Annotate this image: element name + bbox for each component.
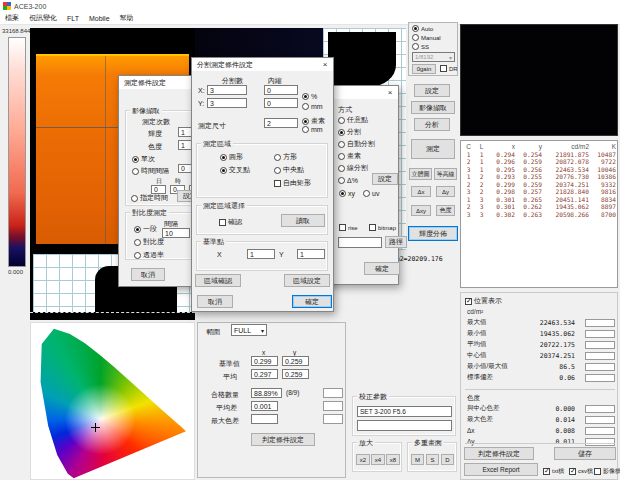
zoom-button[interactable]: x4 (371, 454, 385, 465)
method-option-radio[interactable]: 分割 (338, 126, 396, 138)
analyze-button[interactable]: 分析 (414, 118, 450, 131)
menu-item[interactable]: Mobile (89, 15, 110, 22)
inset-mm-radio[interactable]: mm (302, 103, 323, 110)
zoom-button[interactable]: x2 (356, 454, 370, 465)
bitmap-checkbox[interactable]: bitmap (369, 224, 396, 231)
rect-radio[interactable]: 方形 (274, 152, 297, 162)
area-confirm-button[interactable]: 區域確認 (195, 274, 241, 287)
y-division-field[interactable]: 3 (207, 98, 247, 108)
free-rect-checkbox[interactable]: 自由矩形 (274, 178, 311, 188)
dr-checkbox[interactable]: DR (440, 65, 458, 72)
preview-image[interactable] (460, 24, 618, 136)
stats-row: 平均值20722.175 (461, 339, 619, 350)
rise-checkbox[interactable]: rise (339, 224, 358, 231)
excel-report-button[interactable]: Excel Report (464, 463, 538, 476)
table-row[interactable]: 220.2990.25920374.2519332 (462, 181, 616, 189)
radio-ss[interactable]: SS (412, 43, 429, 50)
method-ok-button[interactable]: 確定 (364, 262, 400, 275)
menu-item[interactable]: 檔案 (5, 13, 19, 23)
solid-view-button[interactable]: 立體圖 (409, 168, 432, 180)
judge-condition-button[interactable]: 判定條件設定 (464, 447, 534, 460)
csv-file-checkbox[interactable]: csv檔 (569, 467, 593, 476)
delta-xy-button[interactable]: Δxy (411, 205, 431, 216)
read-button[interactable]: 讀取 (281, 214, 325, 227)
ref-x-field[interactable]: 0.299 (251, 356, 278, 366)
table-row[interactable]: 320.2980.25721828.8409816 (462, 188, 616, 196)
circle-radio[interactable]: 圓形 (220, 152, 243, 162)
base-y-field[interactable]: 1 (297, 249, 325, 259)
table-row[interactable]: 110.2940.25421891.87510487 (462, 151, 616, 159)
table-row[interactable]: 230.3010.26219435.0628897 (462, 203, 616, 211)
table-row[interactable]: 210.2960.25920872.0789722 (462, 158, 616, 166)
method-option-radio[interactable]: 畫素 (338, 150, 396, 162)
method-option-radio[interactable]: 自動分割 (338, 138, 396, 150)
method-set-button[interactable]: 設定 (372, 173, 398, 185)
center-point-radio[interactable]: 中央點 (274, 165, 304, 175)
x-inset-field[interactable]: 0 (264, 85, 298, 95)
measure-size-field[interactable]: 2 (264, 118, 298, 128)
measure-button[interactable]: 測定 (411, 139, 455, 159)
path-field[interactable] (338, 237, 382, 248)
close-icon[interactable]: × (317, 58, 333, 71)
gap-field[interactable]: 10 (162, 228, 190, 238)
zoom-label: 放大 (357, 438, 375, 448)
menu-item[interactable]: FLT (67, 15, 79, 22)
txt-file-checkbox[interactable]: txt檔 (543, 467, 564, 476)
confirm-checkbox[interactable]: 確認 (219, 217, 242, 227)
menu-item[interactable]: 視訊變化 (29, 13, 57, 23)
split-cancel-button[interactable]: 取消 (197, 295, 233, 308)
calibration-value2-field[interactable] (357, 420, 452, 431)
table-row[interactable]: 310.2950.25622463.53410046 (462, 166, 616, 174)
capture-button[interactable]: 影像擷取 (411, 101, 455, 114)
radio-manual[interactable]: Manual (412, 34, 441, 41)
table-row[interactable]: 130.3010.26520451.1418834 (462, 196, 616, 204)
calibration-value-field[interactable]: SET 3-200 F5.6 (357, 406, 452, 417)
zero-gain-button[interactable]: 0gain (412, 64, 436, 74)
delta-x-button[interactable]: Δx (411, 186, 431, 197)
inset-percent-radio[interactable]: % (302, 93, 317, 100)
measurement-table[interactable]: CLxycd/m2K110.2940.25421891.87510487210.… (460, 140, 618, 288)
transmit-radio[interactable]: 透過率 (134, 250, 164, 260)
range-select[interactable]: FULL▾ (231, 324, 267, 336)
save-button[interactable]: 儲存 (554, 447, 616, 460)
interval-radio[interactable]: 時間間隔 (132, 166, 169, 176)
y-inset-field[interactable]: 0 (264, 98, 298, 108)
multiscreen-button[interactable]: S (426, 454, 439, 465)
chroma-button[interactable]: 色度 (436, 205, 455, 216)
split-ok-button[interactable]: 確定 (292, 295, 332, 308)
cross-point-radio[interactable]: 交叉點 (220, 165, 250, 175)
x-division-field[interactable]: 3 (207, 85, 247, 95)
multiscreen-button[interactable]: M (411, 454, 424, 465)
delta-y-button[interactable]: Δy (436, 186, 455, 197)
one-stage-radio[interactable]: 一段 (134, 224, 157, 234)
table-header-cell: x (488, 143, 515, 150)
size-pixel-radio[interactable]: 畫素 (302, 116, 325, 126)
judge-condition-set-button[interactable]: 判定條件設定 (251, 433, 315, 446)
contour-button[interactable]: 等高線 (434, 168, 457, 180)
table-row[interactable]: 330.3020.26320598.2668700 (462, 211, 616, 219)
image-file-checkbox[interactable]: 影像檔 (594, 467, 620, 476)
radio-auto[interactable]: Auto (412, 25, 433, 32)
cie-diagram[interactable] (30, 322, 195, 480)
ref-y-field[interactable]: 0.259 (282, 356, 309, 366)
spec-time-radio[interactable]: 指定時間 (131, 193, 168, 203)
path-button[interactable]: 路徑 (385, 236, 407, 248)
luminance-dist-button[interactable]: 輝度分佈 (408, 226, 458, 241)
single-radio[interactable]: 單次 (132, 154, 155, 164)
cancel-button[interactable]: 取消 (131, 268, 165, 281)
zoom-button[interactable]: x8 (386, 454, 400, 465)
table-row[interactable]: 120.2930.25520776.73010386 (462, 173, 616, 181)
uv-radio[interactable]: uv (363, 190, 379, 197)
set-button[interactable]: 設定 (414, 84, 450, 97)
base-x-field[interactable]: 1 (247, 249, 275, 259)
area-set-button[interactable]: 區域設定 (284, 274, 330, 287)
xy-radio[interactable]: xy (339, 190, 355, 197)
menu-item[interactable]: 幫助 (120, 13, 134, 23)
position-display-checkbox[interactable]: 位置表示 (465, 296, 502, 306)
close-icon[interactable]: × (382, 86, 398, 99)
shutter-select[interactable]: 1/8192▾ (412, 52, 455, 62)
contrast-radio[interactable]: 對比度 (134, 237, 164, 247)
multiscreen-button[interactable]: D (441, 454, 454, 465)
size-mm-radio[interactable]: mm (302, 126, 323, 133)
method-option-radio[interactable]: 任意點 (338, 114, 396, 126)
